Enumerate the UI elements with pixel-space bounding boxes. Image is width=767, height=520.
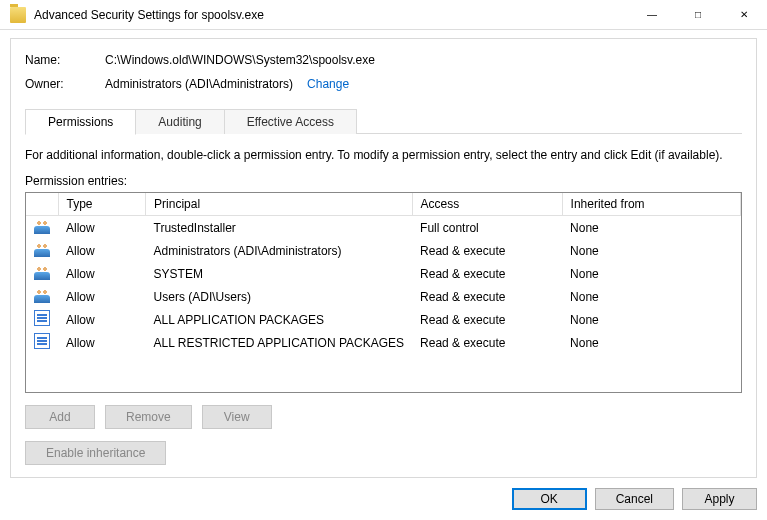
- cell-principal: TrustedInstaller: [146, 216, 413, 240]
- tab-bar: Permissions Auditing Effective Access: [25, 109, 742, 134]
- table-row[interactable]: AllowALL RESTRICTED APPLICATION PACKAGES…: [26, 331, 741, 354]
- cell-inherited: None: [562, 239, 740, 262]
- cell-type: Allow: [58, 239, 146, 262]
- table-row[interactable]: AllowTrustedInstallerFull controlNone: [26, 216, 741, 240]
- cell-principal: Users (ADI\Users): [146, 285, 413, 308]
- enable-inheritance-button[interactable]: Enable inheritance: [25, 441, 166, 465]
- ok-button[interactable]: OK: [512, 488, 587, 510]
- package-icon: [34, 333, 50, 349]
- users-icon: [34, 264, 50, 280]
- cell-principal: ALL APPLICATION PACKAGES: [146, 308, 413, 331]
- tab-effective-access[interactable]: Effective Access: [224, 109, 357, 134]
- cell-inherited: None: [562, 285, 740, 308]
- name-label: Name:: [25, 53, 105, 67]
- cell-inherited: None: [562, 331, 740, 354]
- cell-access: Read & execute: [412, 285, 562, 308]
- entries-label: Permission entries:: [25, 174, 742, 188]
- cell-principal: SYSTEM: [146, 262, 413, 285]
- table-row[interactable]: AllowSYSTEMRead & executeNone: [26, 262, 741, 285]
- owner-label: Owner:: [25, 77, 105, 91]
- name-value: C:\Windows.old\WINDOWS\System32\spoolsv.…: [105, 53, 375, 67]
- titlebar: Advanced Security Settings for spoolsv.e…: [0, 0, 767, 30]
- minimize-button[interactable]: ―: [629, 0, 675, 30]
- users-icon: [34, 241, 50, 257]
- cell-type: Allow: [58, 331, 146, 354]
- apply-button[interactable]: Apply: [682, 488, 757, 510]
- add-button[interactable]: Add: [25, 405, 95, 429]
- change-owner-link[interactable]: Change: [307, 77, 349, 91]
- table-row[interactable]: AllowAdministrators (ADI\Administrators)…: [26, 239, 741, 262]
- col-type[interactable]: Type: [58, 193, 146, 216]
- col-principal[interactable]: Principal: [146, 193, 413, 216]
- maximize-button[interactable]: □: [675, 0, 721, 30]
- tab-permissions[interactable]: Permissions: [25, 109, 136, 135]
- cell-access: Read & execute: [412, 262, 562, 285]
- cell-inherited: None: [562, 308, 740, 331]
- cell-type: Allow: [58, 308, 146, 331]
- folder-icon: [10, 7, 26, 23]
- users-icon: [34, 287, 50, 303]
- users-icon: [34, 218, 50, 234]
- cell-type: Allow: [58, 216, 146, 240]
- cell-principal: Administrators (ADI\Administrators): [146, 239, 413, 262]
- remove-button[interactable]: Remove: [105, 405, 192, 429]
- tab-auditing[interactable]: Auditing: [135, 109, 224, 134]
- dialog-footer: OK Cancel Apply: [10, 478, 757, 510]
- package-icon: [34, 310, 50, 326]
- cell-type: Allow: [58, 285, 146, 308]
- cell-principal: ALL RESTRICTED APPLICATION PACKAGES: [146, 331, 413, 354]
- col-access[interactable]: Access: [412, 193, 562, 216]
- table-row[interactable]: AllowUsers (ADI\Users)Read & executeNone: [26, 285, 741, 308]
- col-inherited[interactable]: Inherited from: [562, 193, 740, 216]
- cell-access: Read & execute: [412, 308, 562, 331]
- owner-value: Administrators (ADI\Administrators): [105, 77, 293, 91]
- view-button[interactable]: View: [202, 405, 272, 429]
- instruction-text: For additional information, double-click…: [25, 148, 742, 162]
- window-title: Advanced Security Settings for spoolsv.e…: [34, 8, 629, 22]
- cell-inherited: None: [562, 262, 740, 285]
- cell-type: Allow: [58, 262, 146, 285]
- cell-access: Full control: [412, 216, 562, 240]
- permission-entries-table[interactable]: Type Principal Access Inherited from All…: [25, 192, 742, 393]
- cell-inherited: None: [562, 216, 740, 240]
- table-row[interactable]: AllowALL APPLICATION PACKAGESRead & exec…: [26, 308, 741, 331]
- close-button[interactable]: ✕: [721, 0, 767, 30]
- cell-access: Read & execute: [412, 239, 562, 262]
- cancel-button[interactable]: Cancel: [595, 488, 674, 510]
- cell-access: Read & execute: [412, 331, 562, 354]
- content-panel: Name: C:\Windows.old\WINDOWS\System32\sp…: [10, 38, 757, 478]
